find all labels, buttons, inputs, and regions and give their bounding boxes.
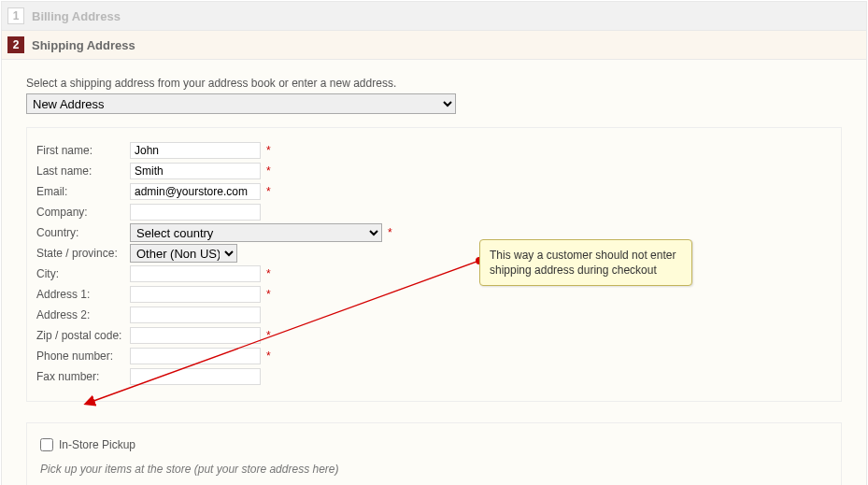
required-mark: * bbox=[266, 267, 271, 280]
step-billing-header[interactable]: 1 Billing Address bbox=[2, 2, 866, 31]
instore-pickup-checkbox[interactable] bbox=[40, 438, 53, 451]
label-email: Email: bbox=[36, 185, 130, 198]
required-mark: * bbox=[266, 185, 271, 198]
label-state: State / province: bbox=[36, 247, 130, 260]
fax-input[interactable] bbox=[130, 368, 261, 385]
step-title-billing: Billing Address bbox=[32, 9, 121, 23]
state-select[interactable]: Other (Non US) bbox=[130, 244, 237, 263]
required-mark: * bbox=[266, 144, 271, 157]
label-last-name: Last name: bbox=[36, 164, 130, 178]
required-mark: * bbox=[388, 226, 392, 239]
email-input[interactable] bbox=[130, 183, 261, 200]
address-form: First name: * Last name: * Email: * Comp… bbox=[26, 127, 842, 402]
phone-input[interactable] bbox=[130, 348, 261, 364]
instore-pickup-label: In-Store Pickup bbox=[59, 438, 135, 451]
label-fax: Fax number: bbox=[36, 370, 130, 383]
required-mark: * bbox=[266, 329, 271, 342]
step-number-1: 1 bbox=[7, 7, 24, 24]
address1-input[interactable] bbox=[130, 286, 261, 303]
last-name-input[interactable] bbox=[130, 163, 261, 179]
label-city: City: bbox=[36, 267, 130, 280]
address-instruction: Select a shipping address from your addr… bbox=[26, 77, 842, 90]
company-input[interactable] bbox=[130, 204, 261, 221]
country-select[interactable]: Select country bbox=[130, 223, 382, 242]
address-select[interactable]: New Address bbox=[26, 93, 456, 114]
address2-input[interactable] bbox=[130, 307, 261, 323]
step-number-2: 2 bbox=[7, 36, 24, 53]
city-input[interactable] bbox=[130, 265, 261, 282]
label-country: Country: bbox=[36, 226, 130, 239]
label-address1: Address 1: bbox=[36, 288, 130, 301]
checkout-panel: 1 Billing Address 2 Shipping Address Sel… bbox=[1, 1, 867, 485]
label-company: Company: bbox=[36, 206, 130, 219]
zip-input[interactable] bbox=[130, 327, 261, 344]
required-mark: * bbox=[266, 164, 271, 178]
shipping-step-body: Select a shipping address from your addr… bbox=[2, 60, 866, 485]
required-mark: * bbox=[266, 349, 271, 363]
step-title-shipping: Shipping Address bbox=[32, 38, 135, 52]
label-address2: Address 2: bbox=[36, 308, 130, 321]
step-shipping-header: 2 Shipping Address bbox=[2, 31, 866, 60]
first-name-input[interactable] bbox=[130, 142, 261, 159]
label-zip: Zip / postal code: bbox=[36, 329, 130, 342]
instore-pickup-desc: Pick up your items at the store (put you… bbox=[40, 463, 828, 476]
required-mark: * bbox=[266, 288, 271, 301]
label-first-name: First name: bbox=[36, 144, 130, 157]
label-phone: Phone number: bbox=[36, 349, 130, 363]
pickup-box: In-Store Pickup Pick up your items at th… bbox=[26, 422, 842, 485]
